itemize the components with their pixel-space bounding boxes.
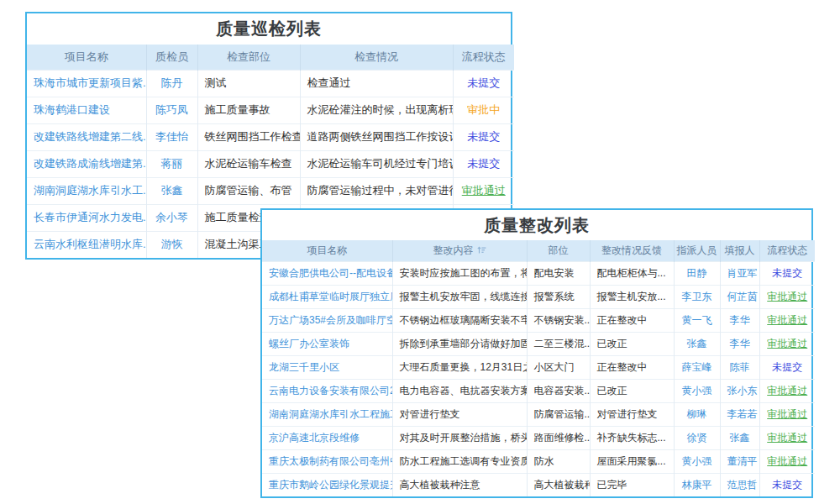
project-name-link[interactable]: 改建铁路成渝线增建第... <box>34 157 146 170</box>
col-header-inspector: 质检员 <box>146 45 197 70</box>
status-badge[interactable]: 审批通过 <box>767 455 807 467</box>
table-row: 改建铁路线增建第二线...李佳怡铁丝网围挡工作检查道路两侧铁丝网围挡工作按设计.… <box>27 123 514 150</box>
col-header-label: 流程状态 <box>462 50 506 63</box>
reporter-link[interactable]: 张鑫 <box>730 432 750 444</box>
status-badge[interactable]: 未提交 <box>772 361 802 373</box>
cell-part: 电容器安装... <box>527 379 590 402</box>
reporter-link[interactable]: 李若若 <box>727 408 758 420</box>
assignee-link[interactable]: 黄小强 <box>682 455 712 467</box>
reporter-link[interactable]: 陈菲 <box>730 361 750 373</box>
project-name-link[interactable]: 改建铁路线增建第二线... <box>34 130 146 143</box>
cell-reporter: 范思哲 <box>720 473 759 496</box>
table-row: 成都杜甫草堂临时展厅独立展...报警主机安放牢固，线缆连接...报警系统报警主机… <box>262 285 815 308</box>
status-badge[interactable]: 审批通过 <box>767 432 807 444</box>
col-header-label: 整改情况反馈 <box>601 244 662 256</box>
cell-reporter: 张小东 <box>720 379 759 402</box>
inspector-link[interactable]: 张鑫 <box>161 184 183 197</box>
table-row: 珠海鹤港口建设陈巧凤施工质量事故水泥砼灌注的时候，出现离析现象审批中 <box>27 97 514 123</box>
status-badge[interactable]: 审批通过 <box>767 385 807 396</box>
reporter-link[interactable]: 董清平 <box>727 455 758 467</box>
status-badge[interactable]: 审批通过 <box>767 338 807 349</box>
project-name-link[interactable]: 龙湖三千里小区 <box>269 361 339 373</box>
cell-inspector: 张鑫 <box>146 177 197 204</box>
table-row: 珠海市城市更新项目紫...陈丹测试检查通过未提交 <box>27 70 514 97</box>
reporter-link[interactable]: 何芷茵 <box>727 291 758 302</box>
assignee-link[interactable]: 黄小强 <box>682 385 712 396</box>
project-name-link[interactable]: 云南电力设备安装有限公司20... <box>269 385 392 396</box>
cell-assignee: 李卫东 <box>674 285 720 308</box>
reporter-link[interactable]: 李华 <box>730 314 750 326</box>
assignee-link[interactable]: 林康平 <box>682 479 712 491</box>
project-name-link[interactable]: 湖南洞庭湖水库引水工程施工标 <box>269 408 392 420</box>
status-badge[interactable]: 未提交 <box>467 76 500 89</box>
project-name-link[interactable]: 珠海鹤港口建设 <box>34 103 110 116</box>
project-name-link[interactable]: 长春市伊通河水力发电... <box>34 211 146 223</box>
inspector-link[interactable]: 游恢 <box>161 238 183 250</box>
project-name-link[interactable]: 重庆市鹅岭公园绿化景观提升... <box>269 479 392 491</box>
status-badge[interactable]: 未提交 <box>772 479 802 491</box>
project-name-link[interactable]: 云南水利枢纽潜明水库... <box>34 238 146 250</box>
col-header-label: 检查情况 <box>354 50 398 63</box>
assignee-link[interactable]: 田静 <box>687 267 707 279</box>
cell-rectify-feedback: 屋面采用聚氯... <box>590 449 674 473</box>
assignee-link[interactable]: 黄一飞 <box>682 314 712 326</box>
reporter-link[interactable]: 肖亚军 <box>727 267 758 279</box>
inspector-link[interactable]: 余小琴 <box>155 211 188 223</box>
cell-flow-status: 未提交 <box>759 473 815 496</box>
cell-inspection-part: 水泥砼运输车检查 <box>197 150 300 177</box>
cell-flow-status: 未提交 <box>453 150 514 177</box>
inspector-link[interactable]: 蒋丽 <box>161 157 183 170</box>
status-badge[interactable]: 审批通过 <box>767 408 807 420</box>
inspector-link[interactable]: 李佳怡 <box>155 130 188 143</box>
project-name-link[interactable]: 万达广场35#会所及咖啡厅空... <box>269 314 392 326</box>
inspector-link[interactable]: 陈巧凤 <box>155 103 188 116</box>
cell-rectify-feedback: 配电柜柜体与... <box>590 261 674 285</box>
cell-assignee: 田静 <box>674 261 720 285</box>
reporter-link[interactable]: 李华 <box>730 338 750 349</box>
inspector-link[interactable]: 陈丹 <box>161 76 183 89</box>
cell-flow-status: 未提交 <box>759 261 815 285</box>
status-badge[interactable]: 审批中 <box>467 103 500 116</box>
cell-rectify-content: 报警主机安放牢固，线缆连接... <box>392 285 527 308</box>
project-name-link[interactable]: 重庆太极制药有限公司亳州中... <box>269 455 392 467</box>
project-name-link[interactable]: 安徽合肥供电公司--配电设备... <box>269 267 392 279</box>
status-badge[interactable]: 审批通过 <box>767 291 807 302</box>
col-header-label: 检查部位 <box>227 50 270 63</box>
cell-rectify-feedback: 已完毕 <box>590 473 674 496</box>
assignee-link[interactable]: 徐贤 <box>687 432 707 444</box>
cell-flow-status: 审批通过 <box>759 308 815 332</box>
cell-flow-status: 审批通过 <box>759 379 815 402</box>
table-row: 京沪高速北京段维修对其及时开展整治措施，桥头...路面维修检...补齐缺失标志.… <box>262 426 815 449</box>
project-name-link[interactable]: 京沪高速北京段维修 <box>269 432 360 444</box>
project-name-link[interactable]: 螺丝厂办公室装饰 <box>269 338 349 349</box>
col-header-rectify-content[interactable]: 整改内容 <box>392 240 527 261</box>
assignee-link[interactable]: 张鑫 <box>687 338 707 349</box>
status-badge[interactable]: 未提交 <box>467 130 500 143</box>
cell-rectify-content: 大理石质量更换，12月31日之... <box>392 355 527 379</box>
assignee-link[interactable]: 薛宝峰 <box>682 361 712 373</box>
col-header-label: 流程状态 <box>767 244 807 256</box>
cell-project-name: 湖南洞庭湖水库引水工程施工标 <box>262 402 392 426</box>
project-name-link[interactable]: 珠海市城市更新项目紫... <box>34 76 146 89</box>
cell-flow-status: 审批通过 <box>453 177 514 204</box>
reporter-link[interactable]: 张小东 <box>727 385 758 396</box>
project-name-link[interactable]: 成都杜甫草堂临时展厅独立展... <box>269 291 392 302</box>
assignee-link[interactable]: 柳琳 <box>687 408 707 420</box>
cell-inspection-result: 检查通过 <box>300 70 453 97</box>
quality-rectify-table: 项目名称整改内容部位整改情况反馈指派人员填报人流程状态安徽合肥供电公司--配电设… <box>262 240 815 496</box>
status-badge[interactable]: 审批通过 <box>462 184 506 197</box>
cell-part: 路面维修检... <box>527 426 590 449</box>
cell-flow-status: 审批通过 <box>759 332 815 355</box>
cell-flow-status: 审批中 <box>453 97 514 123</box>
cell-project-name: 长春市伊通河水力发电... <box>27 204 146 231</box>
assignee-link[interactable]: 李卫东 <box>682 291 712 302</box>
status-badge[interactable]: 未提交 <box>467 157 500 170</box>
project-name-link[interactable]: 湖南洞庭湖水库引水工... <box>34 184 146 197</box>
cell-assignee: 张鑫 <box>674 332 720 355</box>
status-badge[interactable]: 未提交 <box>772 267 802 279</box>
status-badge[interactable]: 审批通过 <box>767 314 807 326</box>
cell-reporter: 李华 <box>720 308 759 332</box>
col-header-flow-status: 流程状态 <box>453 45 514 70</box>
reporter-link[interactable]: 范思哲 <box>727 479 758 491</box>
cell-project-name: 螺丝厂办公室装饰 <box>262 332 392 355</box>
